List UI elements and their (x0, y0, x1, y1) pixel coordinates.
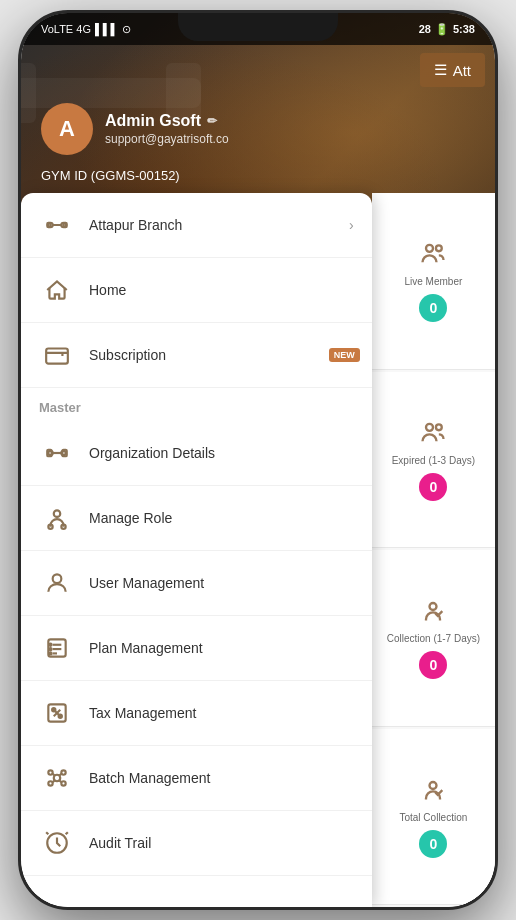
svg-point-45 (430, 782, 437, 789)
stat-card-total-collection: Total Collection 0 (372, 729, 495, 906)
status-left: VoLTE 4G ▌▌▌ ⊙ (41, 23, 131, 36)
menu-item-batch-management[interactable]: Batch Management (21, 746, 372, 811)
profile-section: A Admin Gsoft ✏ support@gayatrisoft.co (41, 103, 229, 155)
arrow-icon: › (349, 217, 354, 233)
stat-card-expired: Expired (1-3 Days) 0 (372, 372, 495, 549)
battery-icon: 🔋 (435, 23, 449, 36)
menu-item-manage-role[interactable]: Manage Role (21, 486, 372, 551)
svg-point-14 (54, 510, 61, 517)
hamburger-icon: ☰ (434, 61, 447, 79)
svg-point-33 (48, 781, 52, 785)
stat-card-live-members: Live Member 0 (372, 193, 495, 370)
admin-name-text: Admin Gsoft (105, 112, 201, 130)
stat-card-collection-7days: Collection (1-7 Days) 0 (372, 550, 495, 727)
live-members-icon (419, 239, 447, 272)
audit-trail-icon (39, 825, 75, 861)
wallet-icon (39, 337, 75, 373)
attapur-branch-label: Attapur Branch (89, 217, 349, 233)
svg-point-22 (49, 644, 51, 646)
svg-line-38 (59, 780, 61, 782)
signal-bars: ▌▌▌ (95, 23, 118, 35)
menu-item-attapur-branch[interactable]: Attapur Branch › (21, 193, 372, 258)
avatar: A (41, 103, 93, 155)
collection-7days-value: 0 (419, 651, 447, 679)
menu-item-subscription[interactable]: Subscription NEW (21, 323, 372, 388)
phone-wrapper: VoLTE 4G ▌▌▌ ⊙ 28 🔋 5:38 (0, 0, 516, 920)
live-members-value: 0 (419, 294, 447, 322)
total-collection-icon (419, 775, 447, 808)
edit-icon[interactable]: ✏ (207, 114, 217, 128)
manage-role-label: Manage Role (89, 510, 354, 526)
status-right: 28 🔋 5:38 (419, 23, 475, 36)
svg-rect-8 (46, 349, 68, 364)
user-management-icon (39, 565, 75, 601)
org-dumbbell-icon (39, 435, 75, 471)
battery-level: 28 (419, 23, 431, 35)
collection-7days-label: Collection (1-7 Days) (387, 633, 480, 645)
home-label: Home (89, 282, 354, 298)
menu-item-home[interactable]: Home (21, 258, 372, 323)
hamburger-att-button[interactable]: ☰ Att (420, 53, 485, 87)
svg-point-17 (53, 574, 62, 583)
att-label: Att (453, 62, 471, 79)
svg-point-32 (61, 770, 65, 774)
svg-line-37 (53, 780, 55, 782)
time-display: 5:38 (453, 23, 475, 35)
live-members-label: Live Member (404, 276, 462, 288)
total-collection-label: Total Collection (399, 812, 467, 824)
svg-point-28 (52, 708, 55, 711)
master-section-header: Master (21, 388, 372, 421)
menu-item-user-management[interactable]: User Management (21, 551, 372, 616)
svg-rect-13 (62, 450, 66, 457)
plan-management-icon (39, 630, 75, 666)
svg-point-44 (430, 603, 437, 610)
svg-point-40 (426, 245, 433, 252)
profile-email: support@gayatrisoft.co (105, 132, 229, 146)
new-badge: NEW (329, 348, 360, 362)
batch-management-label: Batch Management (89, 770, 354, 786)
menu-item-plan-management[interactable]: Plan Management (21, 616, 372, 681)
menu-item-audit-trail[interactable]: Audit Trail (21, 811, 372, 876)
gym-id: GYM ID (GGMS-00152) (41, 168, 180, 183)
organization-details-label: Organization Details (89, 445, 354, 461)
plan-management-label: Plan Management (89, 640, 354, 656)
tax-management-icon (39, 695, 75, 731)
profile-info: Admin Gsoft ✏ support@gayatrisoft.co (105, 112, 229, 146)
user-management-label: User Management (89, 575, 354, 591)
profile-name: Admin Gsoft ✏ (105, 112, 229, 130)
screen: ☰ Att A Admin Gsoft ✏ support@gayatrisof… (21, 13, 495, 907)
tax-management-label: Tax Management (89, 705, 354, 721)
svg-point-23 (49, 648, 51, 650)
menu-panel: Attapur Branch › Home (21, 193, 372, 907)
dumbbell-icon (39, 207, 75, 243)
home-icon (39, 272, 75, 308)
manage-role-icon (39, 500, 75, 536)
network-indicator: VoLTE 4G (41, 23, 91, 35)
svg-point-42 (426, 424, 433, 431)
phone-notch (178, 13, 338, 41)
expired-icon (419, 418, 447, 451)
menu-item-tax-management[interactable]: Tax Management (21, 681, 372, 746)
phone-frame: VoLTE 4G ▌▌▌ ⊙ 28 🔋 5:38 (18, 10, 498, 910)
svg-point-34 (61, 781, 65, 785)
svg-line-35 (53, 774, 55, 776)
stats-panel: Live Member 0 Expired (1-3 Days) 0 (372, 193, 495, 907)
svg-point-24 (49, 652, 51, 654)
header-bar: ☰ Att (21, 45, 495, 95)
menu-item-organization-details[interactable]: Organization Details (21, 421, 372, 486)
subscription-label: Subscription (89, 347, 354, 363)
svg-point-43 (436, 424, 442, 430)
svg-line-36 (59, 774, 61, 776)
audit-trail-label: Audit Trail (89, 835, 354, 851)
expired-label: Expired (1-3 Days) (392, 455, 475, 467)
batch-management-icon (39, 760, 75, 796)
expired-value: 0 (419, 473, 447, 501)
svg-point-29 (59, 715, 62, 718)
svg-point-41 (436, 246, 442, 252)
wifi-icon: ⊙ (122, 23, 131, 36)
svg-point-31 (48, 770, 52, 774)
collection-7days-icon (419, 596, 447, 629)
total-collection-value: 0 (419, 830, 447, 858)
